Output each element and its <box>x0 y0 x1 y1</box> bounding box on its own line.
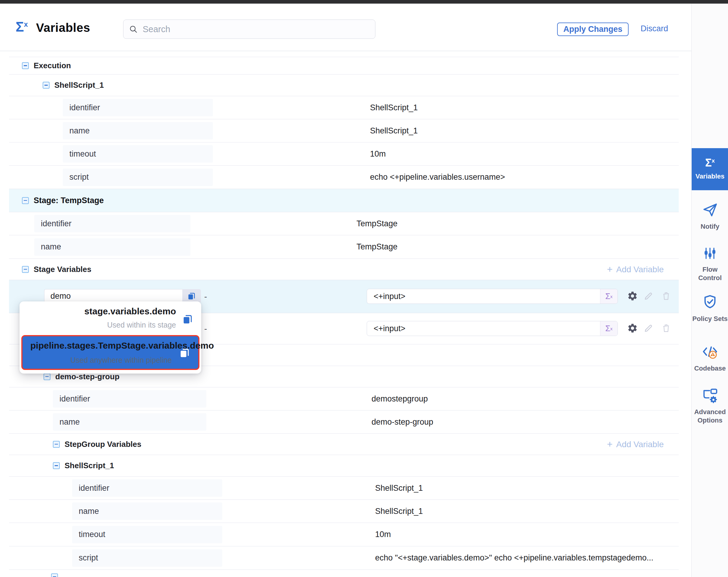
add-variable-button[interactable]: +Add Variable <box>607 264 664 275</box>
row-field-name: name TempStage <box>9 235 679 258</box>
field-label-chip: identifier <box>34 215 190 232</box>
field-value: demo-step-group <box>371 418 433 427</box>
search-box[interactable] <box>123 20 375 39</box>
collapse-icon[interactable] <box>22 266 29 273</box>
row-execution: Execution <box>9 57 679 74</box>
row-shellscript1: ShellScript_1 <box>9 74 679 96</box>
row-field-script: script echo <+pipeline.variables.usernam… <box>9 165 679 189</box>
expression-toggle-icon[interactable]: Σx <box>600 321 618 336</box>
sliders-icon <box>702 246 718 261</box>
collapse-icon[interactable] <box>22 197 29 204</box>
row-stage-tempstage: Stage: TempStage <box>9 189 679 212</box>
variables-sigma-icon: Σx <box>705 156 715 169</box>
field-value: ShellScript_1 <box>375 483 423 493</box>
field-value: 10m <box>375 530 391 539</box>
field-value: 10m <box>370 149 386 159</box>
discard-button[interactable]: Discard <box>641 24 668 33</box>
row-field-script: script echo "<+stage.variables.demo>" ec… <box>9 546 679 570</box>
field-label-chip: name <box>63 122 213 140</box>
row-partial-bottom <box>9 570 679 577</box>
variable-value-field[interactable]: <+input> Σx <box>367 321 618 336</box>
section-label: StepGroup Variables <box>64 440 141 449</box>
field-label-chip: script <box>72 549 222 567</box>
section-label: ShellScript_1 <box>64 461 114 470</box>
sidebar-item-variables[interactable]: Σx Variables <box>692 148 728 190</box>
field-value: ShellScript_1 <box>375 507 423 516</box>
copy-button[interactable] <box>182 313 193 326</box>
section-label: ShellScript_1 <box>54 80 104 90</box>
collapse-icon[interactable] <box>53 441 60 448</box>
variable-path-popup: stage.variables.demo Used within its sta… <box>20 301 201 374</box>
field-value: echo <+pipeline.variables.username> <box>370 173 505 182</box>
required-dash: - <box>204 324 207 333</box>
row-sg-shellscript1: ShellScript_1 <box>9 455 679 476</box>
variable-value-field[interactable]: <+input> Σx <box>367 289 618 304</box>
plus-icon: + <box>607 439 613 450</box>
expression-toggle-icon[interactable]: Σx <box>600 289 618 303</box>
variable-name-input[interactable] <box>44 289 182 303</box>
field-label-chip: timeout <box>63 145 213 162</box>
delete-trash-icon[interactable] <box>661 291 671 302</box>
field-label-chip: identifier <box>53 390 206 407</box>
search-input[interactable] <box>142 24 370 34</box>
copy-icon <box>182 313 193 325</box>
collapse-icon[interactable] <box>53 462 60 469</box>
row-field-name: name ShellScript_1 <box>9 499 679 523</box>
browser-top-bar <box>0 0 728 4</box>
row-stage-variables: Stage Variables +Add Variable <box>9 258 679 280</box>
shield-check-icon <box>702 294 719 310</box>
field-value: demostepgroup <box>371 394 428 404</box>
edit-pencil-icon[interactable] <box>643 323 653 334</box>
field-value: ShellScript_1 <box>370 126 418 135</box>
page-title: Variables <box>36 21 90 34</box>
field-value: echo "<+stage.variables.demo>" echo <+pi… <box>375 553 653 562</box>
field-value: ShellScript_1 <box>370 103 418 112</box>
row-field-identifier: identifier ShellScript_1 <box>9 476 679 499</box>
settings-gear-icon[interactable] <box>627 323 638 335</box>
row-field-name: name ShellScript_1 <box>9 119 679 142</box>
sidebar-item-policy-sets[interactable]: Policy Sets <box>692 294 728 323</box>
required-dash: - <box>204 292 207 301</box>
sidebar-item-advanced-options[interactable]: Advanced Options <box>692 387 728 425</box>
paper-plane-icon <box>702 201 719 218</box>
row-field-timeout: timeout 10m <box>9 523 679 546</box>
field-label-chip: name <box>72 502 222 520</box>
popup-item-stage-scope[interactable]: stage.variables.demo Used within its sta… <box>26 306 176 329</box>
sidebar-item-notify[interactable]: Notify <box>692 201 728 231</box>
field-label-chip: identifier <box>72 479 222 497</box>
code-brackets-icon <box>702 343 719 360</box>
section-label: Stage Variables <box>34 265 91 274</box>
apply-changes-button[interactable]: Apply Changes <box>557 23 629 36</box>
section-label: Stage: TempStage <box>34 196 104 205</box>
delete-trash-icon[interactable] <box>661 323 671 334</box>
field-label-chip: identifier <box>63 99 213 116</box>
popup-item-pipeline-scope[interactable]: pipeline.stages.TempStage.variables.demo… <box>21 335 200 370</box>
row-stepgroup-variables: StepGroup Variables +Add Variable <box>9 433 679 455</box>
copy-button[interactable] <box>179 347 190 360</box>
field-value: TempStage <box>357 219 398 228</box>
collapse-icon[interactable] <box>22 62 29 69</box>
advanced-options-icon <box>702 387 719 404</box>
search-icon <box>129 25 138 34</box>
field-label-chip: script <box>63 169 213 186</box>
field-label-chip: name <box>34 238 190 256</box>
settings-gear-icon[interactable] <box>627 291 638 303</box>
plus-icon: + <box>607 264 613 275</box>
field-label-chip: name <box>53 413 206 431</box>
add-variable-button[interactable]: +Add Variable <box>607 439 664 450</box>
row-field-timeout: timeout 10m <box>9 142 679 165</box>
copy-icon <box>179 347 190 358</box>
collapse-icon[interactable] <box>43 82 50 89</box>
copy-icon <box>187 292 196 301</box>
collapse-icon[interactable] <box>44 373 50 380</box>
right-sidebar: Σx Variables Notify Flow Control Policy … <box>691 4 728 577</box>
section-label: Execution <box>34 61 71 70</box>
row-field-identifier: identifier demostepgroup <box>9 387 679 410</box>
sidebar-item-flow-control[interactable]: Flow Control <box>692 246 728 282</box>
copy-button[interactable] <box>182 289 201 303</box>
collapse-icon[interactable] <box>51 573 58 577</box>
row-field-identifier: identifier ShellScript_1 <box>9 96 679 119</box>
field-value: TempStage <box>357 242 398 252</box>
edit-pencil-icon[interactable] <box>643 291 653 302</box>
sidebar-item-codebase[interactable]: Codebase <box>692 343 728 373</box>
